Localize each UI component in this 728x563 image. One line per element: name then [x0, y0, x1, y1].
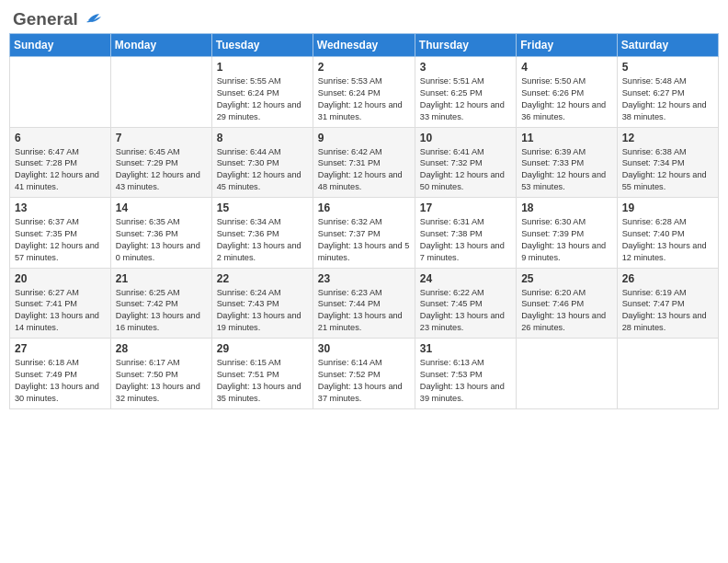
day-info: Sunrise: 6:22 AM Sunset: 7:45 PM Dayligh…: [420, 287, 511, 335]
day-number: 22: [217, 272, 308, 285]
weekday-header-saturday: Saturday: [617, 34, 718, 57]
logo-general-text: General: [13, 9, 78, 29]
weekday-header-thursday: Thursday: [415, 34, 516, 57]
day-number: 25: [521, 272, 612, 285]
day-info: Sunrise: 6:38 AM Sunset: 7:34 PM Dayligh…: [622, 146, 713, 194]
calendar-week-row: 20Sunrise: 6:27 AM Sunset: 7:41 PM Dayli…: [10, 268, 719, 339]
day-number: 31: [420, 342, 511, 355]
calendar-cell: 30Sunrise: 6:14 AM Sunset: 7:52 PM Dayli…: [313, 339, 415, 409]
weekday-header-sunday: Sunday: [10, 34, 111, 57]
day-number: 2: [318, 61, 410, 74]
day-info: Sunrise: 6:24 AM Sunset: 7:43 PM Dayligh…: [217, 287, 308, 335]
day-number: 1: [217, 61, 308, 74]
calendar-cell: 16Sunrise: 6:32 AM Sunset: 7:37 PM Dayli…: [313, 198, 415, 269]
calendar-cell: 11Sunrise: 6:39 AM Sunset: 7:33 PM Dayli…: [517, 127, 618, 198]
day-number: 4: [521, 61, 612, 74]
day-info: Sunrise: 5:53 AM Sunset: 6:24 PM Dayligh…: [318, 75, 410, 123]
day-number: 21: [116, 272, 207, 285]
calendar-cell: 21Sunrise: 6:25 AM Sunset: 7:42 PM Dayli…: [110, 268, 211, 339]
day-info: Sunrise: 6:34 AM Sunset: 7:36 PM Dayligh…: [217, 216, 308, 264]
weekday-header-monday: Monday: [110, 34, 211, 57]
day-info: Sunrise: 6:39 AM Sunset: 7:33 PM Dayligh…: [521, 146, 612, 194]
calendar-cell: 22Sunrise: 6:24 AM Sunset: 7:43 PM Dayli…: [211, 268, 313, 339]
calendar-cell: 12Sunrise: 6:38 AM Sunset: 7:34 PM Dayli…: [617, 127, 718, 198]
day-info: Sunrise: 6:17 AM Sunset: 7:50 PM Dayligh…: [116, 357, 207, 405]
weekday-header-tuesday: Tuesday: [211, 34, 313, 57]
day-info: Sunrise: 6:25 AM Sunset: 7:42 PM Dayligh…: [116, 287, 207, 335]
calendar-week-row: 1Sunrise: 5:55 AM Sunset: 6:24 PM Daylig…: [10, 57, 719, 128]
day-info: Sunrise: 6:44 AM Sunset: 7:30 PM Dayligh…: [217, 146, 308, 194]
day-number: 14: [116, 201, 207, 214]
calendar-week-row: 6Sunrise: 6:47 AM Sunset: 7:28 PM Daylig…: [10, 127, 719, 198]
day-number: 24: [420, 272, 511, 285]
calendar-week-row: 13Sunrise: 6:37 AM Sunset: 7:35 PM Dayli…: [10, 198, 719, 269]
day-info: Sunrise: 6:42 AM Sunset: 7:31 PM Dayligh…: [318, 146, 410, 194]
calendar-cell: 9Sunrise: 6:42 AM Sunset: 7:31 PM Daylig…: [313, 127, 415, 198]
day-number: 26: [622, 272, 713, 285]
day-number: 30: [318, 342, 410, 355]
day-number: 3: [420, 61, 511, 74]
day-info: Sunrise: 5:55 AM Sunset: 6:24 PM Dayligh…: [217, 75, 308, 123]
calendar-cell: 25Sunrise: 6:20 AM Sunset: 7:46 PM Dayli…: [517, 268, 618, 339]
day-number: 10: [420, 132, 511, 144]
day-number: 27: [15, 342, 106, 355]
calendar-cell: 26Sunrise: 6:19 AM Sunset: 7:47 PM Dayli…: [617, 268, 718, 339]
day-number: 18: [521, 201, 612, 214]
calendar-cell: 18Sunrise: 6:30 AM Sunset: 7:39 PM Dayli…: [517, 198, 618, 269]
calendar-cell: [517, 339, 618, 409]
weekday-header-friday: Friday: [517, 34, 618, 57]
calendar-table: SundayMondayTuesdayWednesdayThursdayFrid…: [9, 33, 719, 409]
day-info: Sunrise: 5:48 AM Sunset: 6:27 PM Dayligh…: [622, 75, 713, 123]
day-number: 8: [217, 132, 308, 144]
day-number: 20: [15, 272, 106, 285]
day-number: 16: [318, 201, 410, 214]
day-info: Sunrise: 6:20 AM Sunset: 7:46 PM Dayligh…: [521, 287, 612, 335]
day-number: 6: [15, 132, 106, 144]
calendar-cell: 15Sunrise: 6:34 AM Sunset: 7:36 PM Dayli…: [211, 198, 313, 269]
day-info: Sunrise: 6:31 AM Sunset: 7:38 PM Dayligh…: [420, 216, 511, 264]
day-number: 13: [15, 201, 106, 214]
day-number: 12: [622, 132, 713, 144]
page-header: General: [9, 9, 719, 26]
weekday-header-wednesday: Wednesday: [313, 34, 415, 57]
day-number: 19: [622, 201, 713, 214]
calendar-cell: 4Sunrise: 5:50 AM Sunset: 6:26 PM Daylig…: [517, 57, 618, 128]
calendar-cell: 28Sunrise: 6:17 AM Sunset: 7:50 PM Dayli…: [110, 339, 211, 409]
day-info: Sunrise: 6:47 AM Sunset: 7:28 PM Dayligh…: [15, 146, 106, 194]
calendar-cell: 24Sunrise: 6:22 AM Sunset: 7:45 PM Dayli…: [415, 268, 516, 339]
day-info: Sunrise: 6:32 AM Sunset: 7:37 PM Dayligh…: [318, 216, 410, 264]
day-number: 11: [521, 132, 612, 144]
calendar-cell: 23Sunrise: 6:23 AM Sunset: 7:44 PM Dayli…: [313, 268, 415, 339]
calendar-cell: 6Sunrise: 6:47 AM Sunset: 7:28 PM Daylig…: [10, 127, 111, 198]
calendar-week-row: 27Sunrise: 6:18 AM Sunset: 7:49 PM Dayli…: [10, 339, 719, 409]
day-number: 5: [622, 61, 713, 74]
logo-bird-icon: [81, 13, 101, 28]
logo: General: [13, 9, 101, 26]
calendar-cell: 5Sunrise: 5:48 AM Sunset: 6:27 PM Daylig…: [617, 57, 718, 128]
day-number: 9: [318, 132, 410, 144]
day-number: 28: [116, 342, 207, 355]
day-info: Sunrise: 6:19 AM Sunset: 7:47 PM Dayligh…: [622, 287, 713, 335]
day-number: 29: [217, 342, 308, 355]
calendar-cell: 1Sunrise: 5:55 AM Sunset: 6:24 PM Daylig…: [211, 57, 313, 128]
calendar-cell: [110, 57, 211, 128]
calendar-cell: 13Sunrise: 6:37 AM Sunset: 7:35 PM Dayli…: [10, 198, 111, 269]
calendar-cell: 3Sunrise: 5:51 AM Sunset: 6:25 PM Daylig…: [415, 57, 516, 128]
calendar-cell: 7Sunrise: 6:45 AM Sunset: 7:29 PM Daylig…: [110, 127, 211, 198]
day-info: Sunrise: 6:13 AM Sunset: 7:53 PM Dayligh…: [420, 357, 511, 405]
day-info: Sunrise: 6:14 AM Sunset: 7:52 PM Dayligh…: [318, 357, 410, 405]
day-number: 17: [420, 201, 511, 214]
calendar-cell: 27Sunrise: 6:18 AM Sunset: 7:49 PM Dayli…: [10, 339, 111, 409]
calendar-cell: 14Sunrise: 6:35 AM Sunset: 7:36 PM Dayli…: [110, 198, 211, 269]
day-info: Sunrise: 6:35 AM Sunset: 7:36 PM Dayligh…: [116, 216, 207, 264]
calendar-cell: 17Sunrise: 6:31 AM Sunset: 7:38 PM Dayli…: [415, 198, 516, 269]
day-info: Sunrise: 6:28 AM Sunset: 7:40 PM Dayligh…: [622, 216, 713, 264]
day-info: Sunrise: 6:23 AM Sunset: 7:44 PM Dayligh…: [318, 287, 410, 335]
day-info: Sunrise: 6:15 AM Sunset: 7:51 PM Dayligh…: [217, 357, 308, 405]
day-info: Sunrise: 6:45 AM Sunset: 7:29 PM Dayligh…: [116, 146, 207, 194]
day-number: 15: [217, 201, 308, 214]
day-info: Sunrise: 6:30 AM Sunset: 7:39 PM Dayligh…: [521, 216, 612, 264]
calendar-cell: 19Sunrise: 6:28 AM Sunset: 7:40 PM Dayli…: [617, 198, 718, 269]
calendar-cell: 31Sunrise: 6:13 AM Sunset: 7:53 PM Dayli…: [415, 339, 516, 409]
calendar-cell: [10, 57, 111, 128]
